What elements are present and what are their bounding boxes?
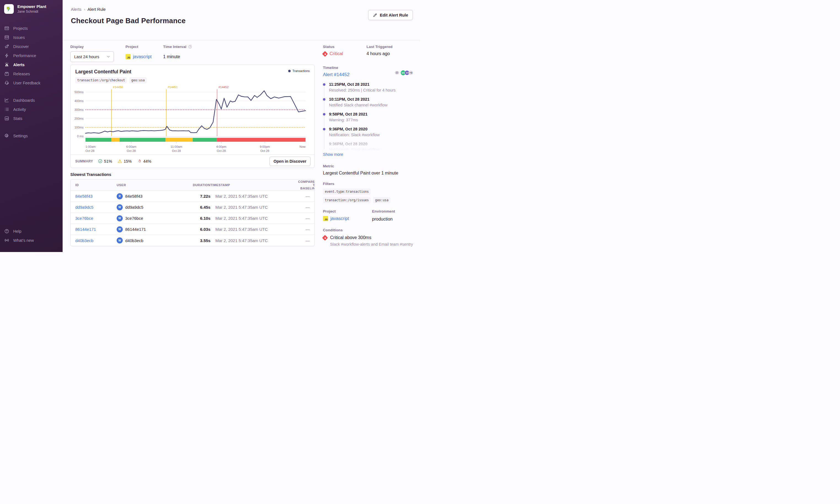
breadcrumb: Alerts › Alert Rule [71, 7, 412, 12]
column-header: TIMESTAMP [210, 183, 298, 187]
sidebar-item-label: Issues [13, 35, 25, 40]
org-name: Empower Plant [17, 4, 46, 10]
svg-text:300ms: 300ms [74, 108, 84, 111]
main-column: Display Last 24 hours Project JS javascr… [70, 40, 315, 252]
details-project-link[interactable]: javascript [330, 216, 349, 221]
alert-id-link[interactable]: Alert #14452 [323, 72, 350, 77]
svg-text:#14451: #14451 [168, 86, 178, 89]
eye-icon[interactable] [395, 70, 399, 75]
chart-tag-row: transaction:/org/checkoutgeo:usa [75, 77, 310, 83]
status-label: Status [323, 45, 367, 49]
user-avatar: W [117, 237, 123, 244]
timeline-entry-desc: Notification: Slack #workflow [329, 147, 413, 152]
transaction-id-link[interactable]: d40b3ecb [75, 238, 93, 243]
transaction-id-link[interactable]: 84e58f43 [75, 194, 93, 199]
project-link[interactable]: javascript [133, 54, 152, 59]
subscriber-avatar[interactable]: +3 [408, 70, 413, 75]
sidebar-item-help[interactable]: Help [0, 227, 62, 236]
timeline-entry-desc: Notification: Slack #workflow [329, 132, 413, 137]
sidebar-item-settings[interactable]: Settings [0, 131, 62, 140]
projects-icon [4, 25, 10, 31]
svg-text:Oct 28: Oct 28 [260, 149, 269, 152]
empower-plant-logo-icon [6, 6, 12, 12]
settings-icon [4, 133, 10, 139]
issues-icon [4, 35, 10, 40]
filter-pill: event.type:transactions [323, 188, 371, 195]
sidebar-item-label: Dashboards [13, 98, 35, 103]
column-header: USER [117, 183, 180, 187]
filter-pill: geo:usa [373, 197, 390, 203]
sidebar-nav-primary: Projects Issues Discover Performance Ale… [0, 24, 62, 87]
user-id: 86144e171 [125, 227, 146, 232]
timeline-entry-time: 11:25PM, Oct 28 2021 [329, 82, 413, 87]
javascript-platform-icon: JS [323, 216, 328, 221]
sidebar-item-issues[interactable]: Issues [0, 33, 62, 42]
timeline-entry-desc: Warning: 377ms [329, 118, 413, 122]
javascript-platform-icon: JS [125, 54, 131, 59]
svg-text:Oct 28: Oct 28 [217, 149, 226, 152]
sidebar-item-stats[interactable]: Stats [0, 114, 62, 123]
timeline-entry-desc: Notified Slack channel #workflow [329, 103, 413, 107]
subscriber-avatars: SCD+3 [395, 70, 413, 75]
project-label: Project [125, 45, 152, 49]
summary-ok-pct: 51% [104, 159, 112, 163]
timestamp-value: Mar 2, 2021 5:47:35am UTC [210, 205, 298, 210]
open-in-discover-button[interactable]: Open in Discover [269, 157, 310, 166]
sidebar-item-user-feedback[interactable]: User Feedback [0, 78, 62, 87]
user-id: d40b3ecb [125, 238, 143, 243]
transaction-id-link[interactable]: 3ce76bce [75, 216, 93, 220]
lcp-chart[interactable]: 0 ms100ms200ms300ms400ms500ms#14450#1445… [71, 83, 315, 155]
sidebar-item-alerts[interactable]: Alerts [0, 60, 62, 69]
conditions-label: Conditions [323, 228, 413, 232]
user-id: 84e58f43 [125, 194, 143, 199]
table-header-row: IDUSERDURATIONTIMESTAMPCOMPARED TO BASEL… [71, 179, 315, 191]
controls-row: Display Last 24 hours Project JS javascr… [70, 45, 315, 62]
metric-value: Largest Contentful Paint over 1 minute [323, 171, 413, 176]
edit-alert-rule-button[interactable]: Edit Alert Rule [368, 10, 413, 20]
sidebar-item-releases[interactable]: Releases [0, 69, 62, 78]
last-triggered-value: 4 hours ago [367, 51, 392, 56]
sidebar-item-label: Settings [13, 134, 28, 138]
show-more-link[interactable]: Show more [323, 152, 343, 157]
environment-value: production [372, 216, 395, 222]
sidebar-item-what-s-new[interactable]: What’s new [0, 236, 62, 245]
timeline-entries: 11:25PM, Oct 28 2021 Resolved: 250ms | C… [323, 82, 413, 152]
sidebar-item-label: User Feedback [13, 81, 40, 85]
timeline-dot [323, 128, 325, 130]
timeline-entry-time: 10:11PM, Oct 28 2021 [329, 97, 413, 102]
duration-value: 6.10s [180, 216, 210, 220]
table-row: dd9a9dc5 W dd9a9dc5 6.45s Mar 2, 2021 5:… [71, 202, 315, 213]
svg-text:Now: Now [300, 145, 306, 148]
org-switcher[interactable]: Empower Plant Jane Schmidt [0, 4, 62, 14]
display-select[interactable]: Last 24 hours [70, 51, 114, 62]
condition-title: Critical above 300ms [330, 235, 371, 240]
duration-value: 6.45s [180, 205, 210, 210]
column-header: COMPARED TO BASELINE [298, 180, 315, 190]
svg-text:#14452: #14452 [218, 86, 229, 89]
timeline-entry: 9:36PM, Oct 28 2020 Notification: Slack … [329, 142, 413, 152]
sidebar-item-label: Releases [13, 72, 30, 76]
question-circle-icon[interactable] [188, 45, 192, 49]
transaction-id-link[interactable]: 86144e171 [75, 227, 96, 232]
sidebar-item-activity[interactable]: Activity [0, 105, 62, 114]
user-id: 3ce76bce [125, 216, 143, 220]
slowest-transactions-heading: Slowest Transactions [70, 172, 315, 177]
legend-dot [288, 70, 291, 72]
sidebar-item-dashboards[interactable]: Dashboards [0, 96, 62, 105]
svg-text:9:00pm: 9:00pm [260, 145, 270, 148]
sidebar-item-projects[interactable]: Projects [0, 24, 62, 33]
table-row: d40b3ecb W d40b3ecb 3.55s Mar 2, 2021 5:… [71, 235, 315, 246]
svg-text:200ms: 200ms [74, 117, 84, 120]
timestamp-value: Mar 2, 2021 5:47:35am UTC [210, 216, 298, 220]
timeline-dot [323, 113, 325, 115]
breadcrumb-alerts[interactable]: Alerts [71, 7, 82, 12]
performance-icon [4, 53, 10, 58]
help-icon [4, 229, 10, 234]
transaction-id-link[interactable]: dd9a9dc5 [75, 205, 93, 210]
column-header: DURATION [180, 183, 210, 187]
duration-value: 3.55s [180, 238, 210, 243]
table-row: 3ce76bce W 3ce76bce 6.10s Mar 2, 2021 5:… [71, 213, 315, 224]
svg-text:400ms: 400ms [74, 99, 84, 103]
sidebar-item-performance[interactable]: Performance [0, 51, 62, 60]
sidebar-item-discover[interactable]: Discover [0, 42, 62, 51]
